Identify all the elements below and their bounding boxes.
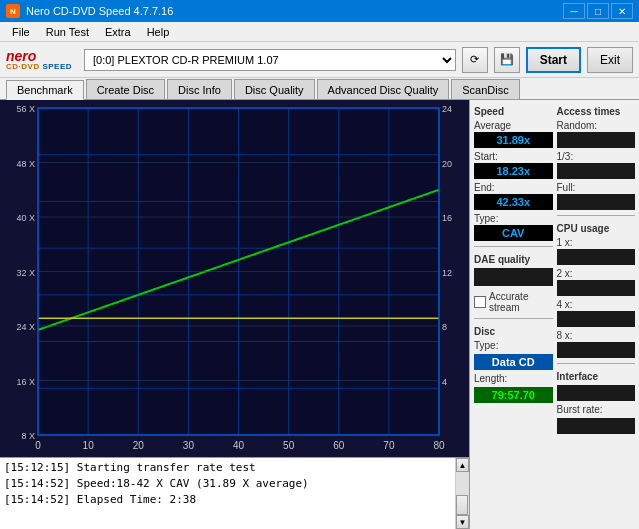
access-title: Access times	[557, 106, 636, 117]
tab-scan-disc[interactable]: ScanDisc	[451, 79, 519, 99]
minimize-button[interactable]: ─	[563, 3, 585, 19]
dae-title: DAE quality	[474, 254, 553, 265]
window-title: Nero CD-DVD Speed 4.7.7.16	[26, 5, 173, 17]
disc-type-section: Disc	[474, 326, 553, 337]
save-icon: 💾	[500, 53, 514, 66]
speed-average-value: 31.89x	[474, 132, 553, 148]
accurate-stream-label: Accuratestream	[489, 291, 528, 313]
title-bar: N Nero CD-DVD Speed 4.7.7.16 ─ □ ✕	[0, 0, 639, 22]
scroll-thumb[interactable]	[456, 495, 468, 515]
accurate-stream-checkbox[interactable]	[474, 296, 486, 308]
nero-logo: nero CD·DVD SPEED	[6, 49, 72, 71]
accurate-stream-row: Accuratestream	[474, 291, 553, 313]
tab-advanced-disc-quality[interactable]: Advanced Disc Quality	[317, 79, 450, 99]
chart-area: [15:12:15] Starting transfer rate test […	[0, 100, 469, 529]
refresh-icon: ⟳	[470, 53, 479, 66]
scroll-up-button[interactable]: ▲	[456, 458, 469, 472]
speed-average-group: Average 31.89x	[474, 120, 553, 148]
speed-type-label: Type:	[474, 213, 553, 224]
start-button[interactable]: Start	[526, 47, 581, 73]
access-third-label: 1/3:	[557, 151, 636, 162]
chart-container	[0, 100, 469, 457]
toolbar: nero CD·DVD SPEED [0:0] PLEXTOR CD-R PRE…	[0, 42, 639, 78]
tab-disc-info[interactable]: Disc Info	[167, 79, 232, 99]
cpu-1x-value	[557, 249, 636, 265]
log-line-1: [15:14:52] Speed:18-42 X CAV (31.89 X av…	[4, 476, 451, 492]
cpu-title: CPU usage	[557, 223, 636, 234]
menu-help[interactable]: Help	[139, 24, 178, 40]
log-line-0: [15:12:15] Starting transfer rate test	[4, 460, 451, 476]
divider-3	[557, 215, 636, 216]
access-random-group: Random:	[557, 120, 636, 148]
speed-type-group: Type: CAV	[474, 213, 553, 241]
log-content[interactable]: [15:12:15] Starting transfer rate test […	[0, 458, 455, 529]
close-button[interactable]: ✕	[611, 3, 633, 19]
speed-start-label: Start:	[474, 151, 553, 162]
nero-product: CD·DVD SPEED	[6, 63, 72, 71]
speed-average-label: Average	[474, 120, 553, 131]
speed-start-value: 18.23x	[474, 163, 553, 179]
log-line-2: [15:14:52] Elapsed Time: 2:38	[4, 492, 451, 508]
cpu-8x-group: 8 x:	[557, 330, 636, 358]
tab-benchmark[interactable]: Benchmark	[6, 80, 84, 100]
dae-value	[474, 268, 553, 286]
access-full-value	[557, 194, 636, 210]
tab-disc-quality[interactable]: Disc Quality	[234, 79, 315, 99]
right-col: Access times Random: 1/3: Full: CPU usag…	[557, 104, 636, 434]
disc-length-label: Length:	[474, 373, 553, 384]
speed-start-group: Start: 18.23x	[474, 151, 553, 179]
right-panel: Speed Average 31.89x Start: 18.23x End: …	[469, 100, 639, 529]
speed-end-value: 42.33x	[474, 194, 553, 210]
speed-end-group: End: 42.33x	[474, 182, 553, 210]
cpu-2x-value	[557, 280, 636, 296]
app-icon: N	[6, 4, 20, 18]
access-random-value	[557, 132, 636, 148]
scroll-track[interactable]	[456, 472, 469, 515]
disc-type-value: Data CD	[474, 354, 553, 370]
menu-extra[interactable]: Extra	[97, 24, 139, 40]
nero-brand: nero	[6, 49, 36, 63]
cpu-1x-group: 1 x:	[557, 237, 636, 265]
access-third-group: 1/3:	[557, 151, 636, 179]
cpu-4x-value	[557, 311, 636, 327]
menu-file[interactable]: File	[4, 24, 38, 40]
cpu-8x-value	[557, 342, 636, 358]
tab-create-disc[interactable]: Create Disc	[86, 79, 165, 99]
cpu-2x-group: 2 x:	[557, 268, 636, 296]
cpu-2x-label: 2 x:	[557, 268, 636, 279]
panel-columns: Speed Average 31.89x Start: 18.23x End: …	[474, 104, 635, 434]
access-full-group: Full:	[557, 182, 636, 210]
save-button[interactable]: 💾	[494, 47, 520, 73]
left-col: Speed Average 31.89x Start: 18.23x End: …	[474, 104, 553, 434]
cpu-4x-group: 4 x:	[557, 299, 636, 327]
drive-selector[interactable]: [0:0] PLEXTOR CD-R PREMIUM 1.07	[84, 49, 456, 71]
menu-bar: File Run Test Extra Help	[0, 22, 639, 42]
disc-type-label: Type:	[474, 340, 553, 351]
scroll-down-button[interactable]: ▼	[456, 515, 469, 529]
interface-title: Interface	[557, 371, 636, 382]
title-bar-left: N Nero CD-DVD Speed 4.7.7.16	[6, 4, 173, 18]
divider-4	[557, 363, 636, 364]
chart-canvas	[0, 100, 469, 457]
speed-type-value: CAV	[474, 225, 553, 241]
title-bar-controls: ─ □ ✕	[563, 3, 633, 19]
exit-button[interactable]: Exit	[587, 47, 633, 73]
cpu-8x-label: 8 x:	[557, 330, 636, 341]
menu-run-test[interactable]: Run Test	[38, 24, 97, 40]
speed-end-label: End:	[474, 182, 553, 193]
speed-title: Speed	[474, 106, 553, 117]
tabs: Benchmark Create Disc Disc Info Disc Qua…	[0, 78, 639, 100]
burst-rate-label: Burst rate:	[557, 404, 636, 415]
log-area: [15:12:15] Starting transfer rate test […	[0, 457, 469, 529]
maximize-button[interactable]: □	[587, 3, 609, 19]
main-content: [15:12:15] Starting transfer rate test […	[0, 100, 639, 529]
divider-2	[474, 318, 553, 319]
interface-value	[557, 385, 636, 401]
disc-length-value: 79:57.70	[474, 387, 553, 403]
divider-1	[474, 246, 553, 247]
access-random-label: Random:	[557, 120, 636, 131]
access-full-label: Full:	[557, 182, 636, 193]
log-scrollbar[interactable]: ▲ ▼	[455, 458, 469, 529]
refresh-button[interactable]: ⟳	[462, 47, 488, 73]
cpu-4x-label: 4 x:	[557, 299, 636, 310]
